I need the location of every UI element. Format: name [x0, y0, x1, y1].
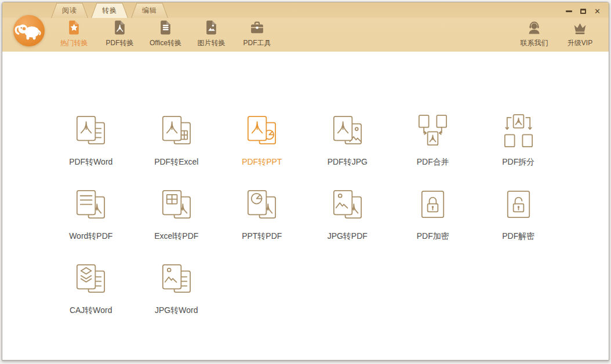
window-controls: ✕ [566, 8, 601, 14]
grid-item-label: JPG转PDF [328, 231, 368, 242]
grid-item-label: PDF转Excel [154, 157, 198, 168]
contact-support-icon [526, 20, 542, 35]
grid-item-label: PDF解密 [502, 231, 534, 242]
pdf-encrypt-icon [413, 186, 452, 225]
toolbar-item-1[interactable]: PDF转换 [97, 20, 143, 48]
excel-to-pdf-icon [157, 186, 196, 225]
toolbar-right-item-0[interactable]: 联系我们 [511, 20, 557, 48]
word-to-pdf-icon [71, 186, 110, 225]
grid-item-4[interactable]: PDF合并 [390, 112, 476, 186]
grid-item-2[interactable]: PDF转PPT [219, 112, 305, 186]
briefcase-icon [249, 20, 265, 35]
tab-1[interactable]: 转换 [91, 3, 128, 18]
office-doc-icon [158, 20, 173, 35]
grid-item-5[interactable]: PDF拆分 [476, 112, 562, 186]
toolbar-item-label: PDF转换 [106, 38, 134, 48]
grid-item-label: PDF转JPG [328, 157, 368, 168]
jpg-to-pdf-icon [328, 186, 367, 225]
grid-item-label: Excel转PDF [154, 231, 198, 242]
caj-to-word-icon [71, 260, 110, 299]
tab-label: 编辑 [132, 3, 168, 18]
grid-item-label: CAJ转Word [70, 305, 112, 316]
toolbar-item-label: Office转换 [150, 38, 181, 48]
toolbar-item-label: 热门转换 [60, 38, 88, 48]
tab-0[interactable]: 阅读 [51, 3, 88, 18]
jpg-to-word-icon [157, 260, 196, 299]
conversion-grid: PDF转Word PDF转Excel PDF转PPT PDF转JPG PDF合并… [48, 112, 563, 334]
toolbar-item-4[interactable]: PDF工具 [234, 20, 280, 48]
grid-item-label: PDF转Word [69, 157, 112, 168]
grid-item-10[interactable]: PDF加密 [390, 186, 476, 260]
titlebar: 阅读 转换 编辑 ✕ [2, 2, 609, 52]
toolbar-right: 联系我们 升级VIP [511, 20, 603, 48]
grid-item-0[interactable]: PDF转Word [48, 112, 134, 186]
grid-item-label: JPG转Word [155, 305, 198, 316]
pdf-doc-icon [112, 20, 128, 35]
toolbar: 热门转换 PDF转换 Office转换 图片转换 PDF工具 [51, 20, 280, 48]
toolbar-item-label: 升级VIP [568, 38, 592, 48]
ppt-to-pdf-icon [242, 186, 281, 225]
grid-item-label: PDF拆分 [502, 157, 534, 168]
app-logo-elephant-icon [13, 14, 45, 47]
close-button[interactable]: ✕ [594, 8, 601, 14]
grid-item-label: PDF转PPT [242, 157, 282, 168]
toolbar-right-item-1[interactable]: 升级VIP [557, 20, 603, 48]
toolbar-item-2[interactable]: Office转换 [143, 20, 188, 48]
pdf-split-icon [499, 112, 538, 151]
pdf-to-jpg-icon [328, 112, 367, 151]
app-window: 阅读 转换 编辑 ✕ [2, 2, 609, 361]
crown-icon [572, 20, 588, 35]
toolbar-item-0[interactable]: 热门转换 [51, 20, 97, 48]
content-area: PDF转Word PDF转Excel PDF转PPT PDF转JPG PDF合并… [2, 52, 609, 360]
image-doc-icon [203, 20, 219, 35]
grid-item-12[interactable]: CAJ转Word [48, 260, 134, 334]
grid-item-8[interactable]: PPT转PDF [219, 186, 305, 260]
close-icon: ✕ [594, 8, 601, 15]
grid-item-6[interactable]: Word转PDF [48, 186, 134, 260]
grid-item-label: PDF加密 [417, 231, 449, 242]
grid-item-11[interactable]: PDF解密 [476, 186, 562, 260]
toolbar-item-label: PDF工具 [243, 38, 271, 48]
minimize-icon [566, 10, 572, 12]
pdf-to-ppt-icon [242, 112, 281, 151]
tab-label: 阅读 [52, 3, 88, 18]
pdf-to-excel-icon [157, 112, 196, 151]
grid-item-13[interactable]: JPG转Word [134, 260, 220, 334]
tab-label: 转换 [92, 3, 128, 18]
minimize-button[interactable] [566, 8, 572, 14]
grid-item-7[interactable]: Excel转PDF [134, 186, 220, 260]
maximize-icon [580, 9, 586, 14]
grid-item-1[interactable]: PDF转Excel [134, 112, 220, 186]
star-doc-icon [66, 20, 82, 35]
pdf-merge-icon [413, 112, 452, 151]
tab-2[interactable]: 编辑 [131, 3, 168, 18]
toolbar-item-3[interactable]: 图片转换 [188, 20, 234, 48]
grid-item-label: PPT转PDF [242, 231, 282, 242]
grid-item-label: PDF合并 [417, 157, 449, 168]
tab-strip: 阅读 转换 编辑 [51, 3, 168, 18]
toolbar-item-label: 联系我们 [521, 38, 548, 48]
toolbar-item-label: 图片转换 [198, 38, 226, 48]
grid-item-9[interactable]: JPG转PDF [305, 186, 391, 260]
maximize-button[interactable] [580, 8, 586, 14]
pdf-to-word-icon [71, 112, 110, 151]
pdf-decrypt-icon [499, 186, 538, 225]
grid-item-3[interactable]: PDF转JPG [305, 112, 391, 186]
grid-item-label: Word转PDF [69, 231, 112, 242]
